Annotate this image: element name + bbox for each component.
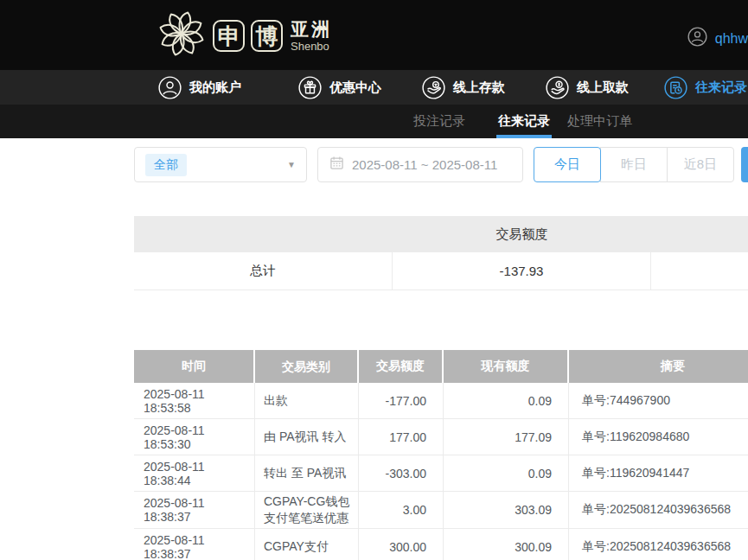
table-row: 2025-08-11 18:38:37 CGPAY支付 300.00 300.0… (134, 529, 748, 560)
type-filter-dropdown[interactable]: 全部 ▼ (134, 147, 307, 182)
brand-char-bo: 博 (251, 20, 283, 52)
col-header-time: 时间 (134, 350, 255, 383)
cell-summary: 单号:744967900 (569, 383, 748, 418)
nav-label: 线上存款 (453, 80, 505, 96)
cell-type: CGPAY-CG钱包支付笔笔送优惠 (255, 492, 359, 528)
nav-label: 往来记录 (695, 80, 747, 96)
flower-logo-icon (157, 7, 207, 64)
main-nav: 我的账户 优惠中心 线上存款 (0, 70, 748, 105)
tab-label: 往来记录 (498, 113, 550, 130)
summary-total-row: 总计 -137.93 (134, 252, 748, 290)
table-row: 2025-08-11 18:53:58 出款 -177.00 0.09 单号:7… (134, 383, 748, 419)
summary-total-label: 总计 (134, 252, 393, 290)
summary-header-row: 交易额度 (134, 216, 748, 252)
cell-amount: 3.00 (359, 492, 444, 528)
tab-label: 投注记录 (413, 113, 465, 130)
yesterday-button[interactable]: 昨日 (600, 147, 668, 182)
cell-amount: 177.00 (359, 419, 444, 455)
user-icon (158, 76, 182, 99)
tab-bet-records[interactable]: 投注记录 (413, 105, 465, 138)
col-header-summary: 摘要 (569, 350, 748, 383)
cell-type: 由 PA视讯 转入 (255, 419, 359, 455)
date-range-input[interactable]: 2025-08-11 ~ 2025-08-11 (317, 147, 523, 182)
cell-amount: 300.00 (359, 529, 444, 560)
page: 申 博 亚洲 Shenbo qhhw (0, 0, 748, 560)
col-header-type: 交易类别 (255, 350, 359, 383)
chevron-down-icon: ▼ (287, 160, 296, 169)
brand-logo[interactable]: 申 博 亚洲 Shenbo (157, 7, 332, 64)
sub-nav: 投注记录 往来记录 处理中订单 (0, 105, 748, 138)
nav-label: 优惠中心 (329, 80, 381, 96)
tab-pending-orders[interactable]: 处理中订单 (567, 105, 632, 138)
brand-latin: Shenbo (291, 41, 332, 52)
calendar-icon (329, 156, 344, 174)
cell-balance: 303.09 (444, 492, 569, 528)
cell-type: CGPAY支付 (255, 529, 359, 560)
transactions-table: 时间 交易类别 交易额度 现有额度 摘要 2025-08-11 18:53:58… (134, 350, 748, 560)
nav-item-promotions[interactable]: 优惠中心 (298, 70, 381, 105)
cell-summary: 单号:202508124039636568 (569, 492, 748, 528)
withdraw-icon (546, 76, 569, 99)
col-header-balance: 现有额度 (444, 350, 569, 383)
cell-balance: 0.09 (444, 383, 569, 418)
cell-time: 2025-08-11 18:53:30 (134, 419, 255, 455)
user-box: qhhw (687, 27, 748, 50)
date-range-value: 2025-08-11 ~ 2025-08-11 (352, 157, 497, 172)
cell-balance: 300.09 (444, 529, 569, 560)
tab-label: 处理中订单 (567, 113, 632, 130)
cell-amount: -177.00 (359, 383, 444, 418)
nav-item-my-account[interactable]: 我的账户 (158, 70, 241, 105)
brand-char-shen: 申 (213, 20, 245, 52)
gift-icon (298, 76, 322, 99)
nav-item-records[interactable]: 往来记录 (664, 70, 747, 105)
records-icon (664, 76, 687, 99)
nav-label: 我的账户 (189, 80, 241, 96)
avatar-icon (687, 27, 707, 50)
cell-type: 出款 (255, 383, 359, 418)
last-8-days-button[interactable]: 近8日 (667, 147, 734, 182)
query-button[interactable] (741, 147, 748, 182)
tab-transaction-records[interactable]: 往来记录 (498, 105, 550, 138)
nav-item-deposit[interactable]: 线上存款 (422, 70, 505, 105)
cell-summary: 单号:202508124039636568 (569, 529, 748, 560)
nav-item-withdraw[interactable]: 线上取款 (546, 70, 629, 105)
brand-region: 亚洲 (291, 20, 332, 38)
cell-balance: 177.09 (444, 419, 569, 455)
cell-summary: 单号:119620984680 (569, 419, 748, 455)
type-filter-selected-chip: 全部 (145, 154, 187, 176)
top-bar: 申 博 亚洲 Shenbo qhhw (0, 0, 748, 70)
summary-table: 交易额度 总计 -137.93 (134, 216, 748, 290)
cell-time: 2025-08-11 18:38:37 (134, 492, 255, 528)
col-header-amount: 交易额度 (359, 350, 444, 383)
nav-label: 线上取款 (577, 80, 629, 96)
summary-header-amount: 交易额度 (393, 226, 651, 243)
cell-time: 2025-08-11 18:53:58 (134, 383, 255, 418)
table-row: 2025-08-11 18:53:30 由 PA视讯 转入 177.00 177… (134, 419, 748, 455)
table-row: 2025-08-11 18:38:37 CGPAY-CG钱包支付笔笔送优惠 3.… (134, 492, 748, 529)
cell-type: 转出 至 PA视讯 (255, 455, 359, 491)
table-header-row: 时间 交易类别 交易额度 现有额度 摘要 (134, 350, 748, 383)
cell-time: 2025-08-11 18:38:37 (134, 529, 255, 560)
username-link[interactable]: qhhw (715, 31, 748, 47)
cell-summary: 单号:119620941447 (569, 455, 748, 491)
table-row: 2025-08-11 18:38:44 转出 至 PA视讯 -303.00 0.… (134, 455, 748, 492)
summary-total-value: -137.93 (393, 252, 651, 290)
cell-balance: 0.09 (444, 455, 569, 491)
today-button[interactable]: 今日 (534, 147, 601, 182)
quick-date-buttons: 今日 昨日 近8日 (534, 147, 734, 182)
cell-amount: -303.00 (359, 455, 444, 491)
deposit-icon (422, 76, 445, 99)
cell-time: 2025-08-11 18:38:44 (134, 455, 255, 491)
